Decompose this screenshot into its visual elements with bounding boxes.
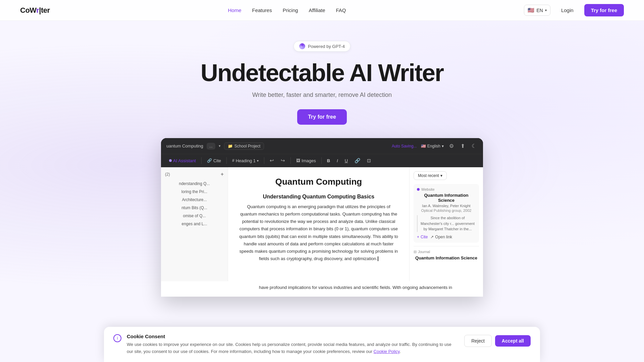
undo-button[interactable]: ↩ <box>267 156 277 165</box>
ref-authors-1: Ian A. Walmsley, Peter Knight <box>417 204 476 208</box>
editor-overflow-area: have profound implications for various i… <box>161 281 483 297</box>
cookie-policy-link[interactable]: Cookie Policy <box>374 349 400 354</box>
cookie-title: Cookie Consent <box>127 334 459 339</box>
editor-topbar-right: Auto Saving... 🇺🇸 English ▾ ⚙ ⬆ ☾ <box>392 141 478 150</box>
nav-links: Home Features Pricing Affiliate FAQ <box>228 7 346 13</box>
body-text: Quantum computing is an emerging paradig… <box>239 203 398 262</box>
add-section-button[interactable]: + <box>221 171 224 177</box>
editor-doc-sidebar: (2) + nderstanding Q... loring the Pri..… <box>161 167 228 281</box>
ai-assistant-button[interactable]: AI Assistant <box>166 157 199 165</box>
images-icon: 🖼 <box>296 158 300 163</box>
chevron-down-editor-icon: ▾ <box>442 144 444 148</box>
ai-dot-icon <box>169 159 172 162</box>
gpt-icon <box>299 43 305 49</box>
settings-icon[interactable]: ⚙ <box>448 141 455 150</box>
nav-right: 🇺🇸 EN ▾ Login Try for free <box>524 4 624 16</box>
cite-button[interactable]: 🔗 Cite <box>204 157 224 165</box>
language-selector[interactable]: 🇺🇸 EN ▾ <box>524 5 550 16</box>
nav-affiliate[interactable]: Affiliate <box>309 7 325 13</box>
logo[interactable]: CoWr|ter <box>20 6 50 15</box>
nav-faq[interactable]: FAQ <box>336 7 346 13</box>
cookie-banner: i Cookie Consent We use cookies to impro… <box>104 327 540 362</box>
chevron-down-filter-icon: ▾ <box>440 173 442 178</box>
ref-type-tag: Website <box>417 187 476 191</box>
most-recent-label: Most recent <box>418 173 439 178</box>
accept-cookies-button[interactable]: Accept all <box>495 335 531 347</box>
cookie-buttons: Reject Accept all <box>464 335 531 347</box>
chevron-down-icon: ▾ <box>545 8 547 12</box>
export-icon[interactable]: ⬆ <box>459 141 466 150</box>
folder-tag[interactable]: 📁 School Project <box>224 142 264 150</box>
heading-icon: # <box>232 158 234 163</box>
link-button[interactable]: 🔗 <box>352 157 363 165</box>
editor-main-area[interactable]: Quantum Computing Understanding Quantum … <box>228 167 409 281</box>
ref-excerpt-1: Since the abolition of Manchester's city… <box>417 215 476 232</box>
sidebar-item-2[interactable]: loring the Pri... <box>165 188 224 195</box>
images-button[interactable]: 🖼 Images <box>293 157 319 165</box>
sidebar-item-4[interactable]: ntum Bits (Q... <box>165 204 224 212</box>
ref-card-1: Website Quantum Information Science Ian … <box>414 184 479 243</box>
sidebar-count: (2) + <box>165 171 224 177</box>
ref-title-1: Quantum Information Science <box>417 193 476 203</box>
try-free-hero-button[interactable]: Try for free <box>297 109 347 125</box>
overflow-text: have profound implications for various i… <box>239 284 472 291</box>
sidebar-item-6[interactable]: enges and L... <box>165 220 224 228</box>
text-cursor <box>378 256 378 261</box>
toolbar-separator-1 <box>201 157 202 164</box>
toolbar-separator-4 <box>290 157 291 164</box>
nav-features[interactable]: Features <box>252 7 272 13</box>
document-heading: Quantum Computing <box>239 177 398 187</box>
reject-cookies-button[interactable]: Reject <box>464 335 492 347</box>
sidebar-spacer <box>172 284 239 291</box>
italic-button[interactable]: I <box>334 157 341 165</box>
more-button[interactable]: ⊡ <box>364 157 374 165</box>
cite-icon: 🔗 <box>207 158 212 163</box>
flag-icon: 🇺🇸 <box>528 7 534 13</box>
images-label: Images <box>302 158 316 163</box>
nav-pricing[interactable]: Pricing <box>283 7 298 13</box>
reference-panel: Most recent ▾ Website Quantum Informatio… <box>409 167 483 281</box>
ref-open-link-button[interactable]: ↗ Open link <box>430 235 452 239</box>
heading-button[interactable]: # Heading 1 ▾ <box>229 157 261 165</box>
ref-journal-label: ⊟ Journal <box>414 250 479 254</box>
underline-button[interactable]: U <box>342 157 351 165</box>
powered-text: Powered by GPT-4 <box>308 44 345 49</box>
ref-actions-1: + Cite ↗ Open link <box>417 235 476 239</box>
toolbar-separator-5 <box>321 157 322 164</box>
login-button[interactable]: Login <box>556 5 579 16</box>
sidebar-item-5[interactable]: omise of Q... <box>165 212 224 220</box>
doc-title: uantum Computing <box>166 143 203 148</box>
folder-label: School Project <box>234 144 260 148</box>
ref-cite-button[interactable]: + Cite <box>417 235 428 239</box>
logo-accent: r <box>36 6 39 14</box>
nav-home[interactable]: Home <box>228 7 241 13</box>
cite-label: Cite <box>213 158 221 163</box>
ref-separator <box>414 246 479 246</box>
plus-icon: + <box>417 235 419 239</box>
dots-menu-button[interactable]: ... <box>207 143 215 149</box>
sidebar-item-3[interactable]: Architecture... <box>165 196 224 203</box>
logo-suffix: ter <box>41 6 50 14</box>
cookie-text: We use cookies to improve your experienc… <box>127 341 459 355</box>
dropdown-arrow-icon[interactable]: ▾ <box>219 144 221 148</box>
hero-subtitle: Write better, faster and smarter, remove… <box>7 92 637 99</box>
redo-button[interactable]: ↪ <box>278 156 288 165</box>
most-recent-filter-button[interactable]: Most recent ▾ <box>414 171 447 180</box>
lang-code: EN <box>536 8 543 13</box>
ref-filter-row: Most recent ▾ <box>414 171 479 180</box>
try-free-nav-button[interactable]: Try for free <box>584 4 624 16</box>
editor-topbar-left: uantum Computing ... ▾ 📁 School Project <box>166 142 264 150</box>
toolbar-separator-2 <box>226 157 227 164</box>
journal-icon: ⊟ <box>414 250 417 254</box>
heading-label: Heading 1 <box>236 158 256 163</box>
folder-icon: 📁 <box>228 144 233 148</box>
bold-button[interactable]: B <box>324 157 333 165</box>
dark-mode-icon[interactable]: ☾ <box>470 141 478 150</box>
editor-topbar: uantum Computing ... ▾ 📁 School Project … <box>161 138 483 154</box>
editor-language-selector[interactable]: 🇺🇸 English ▾ <box>421 144 444 148</box>
powered-badge: Powered by GPT-4 <box>293 41 351 52</box>
flag-icon-editor: 🇺🇸 <box>421 144 426 148</box>
hero-title: Undetectable AI Writer <box>7 60 637 86</box>
sidebar-item-1[interactable]: nderstanding Q... <box>165 180 224 187</box>
chevron-down-heading-icon: ▾ <box>257 159 259 163</box>
